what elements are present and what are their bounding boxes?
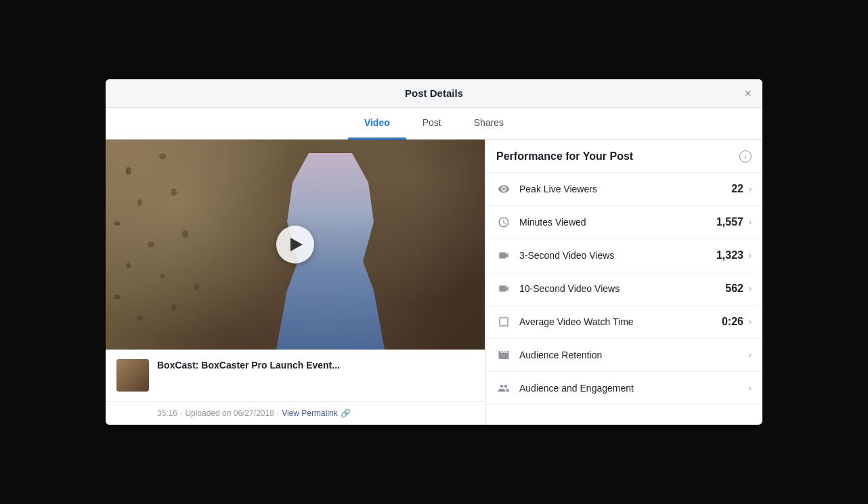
video-duration: 35:16 bbox=[157, 408, 177, 418]
play-icon bbox=[290, 238, 303, 251]
stat-label-10sec: 10-Second Video Views bbox=[519, 283, 725, 294]
modal-header: Post Details × bbox=[106, 79, 762, 108]
film-icon bbox=[496, 348, 511, 362]
chevron-icon: › bbox=[749, 184, 752, 194]
modal-overlay: Post Details × Video Post Shares bbox=[0, 0, 868, 504]
stat-label-avg: Average Video Watch Time bbox=[519, 316, 722, 327]
stat-value-peak: 22 bbox=[731, 183, 743, 195]
video-thumbnail bbox=[116, 359, 149, 392]
video-meta: 35:16 · Uploaded on 06/27/2018 · View Pe… bbox=[106, 402, 485, 425]
link-icon: 🔗 bbox=[341, 408, 351, 418]
video-camera-icon bbox=[496, 248, 511, 263]
stat-label-peak: Peak Live Viewers bbox=[519, 184, 731, 194]
post-details-modal: Post Details × Video Post Shares bbox=[106, 79, 762, 425]
play-button[interactable] bbox=[276, 226, 314, 264]
chevron-icon: › bbox=[749, 383, 752, 393]
video-info: BoxCast: BoxCaster Pro Launch Event... bbox=[106, 350, 485, 402]
stats-header: Performance for Your Post i bbox=[485, 150, 762, 173]
separator-dot: · bbox=[180, 408, 182, 418]
chevron-icon: › bbox=[749, 217, 752, 227]
phone-icon bbox=[496, 314, 511, 329]
tab-post[interactable]: Post bbox=[406, 108, 458, 140]
stat-row-minutes-viewed[interactable]: Minutes Viewed 1,557 › bbox=[485, 206, 762, 239]
eye-icon bbox=[496, 182, 511, 196]
info-icon[interactable]: i bbox=[739, 150, 752, 163]
stat-label-3sec: 3-Second Video Views bbox=[519, 250, 716, 261]
video-camera-icon-2 bbox=[496, 281, 511, 296]
upload-date: Uploaded on 06/27/2018 bbox=[185, 408, 274, 418]
video-title-text: BoxCast: BoxCaster Pro Launch Event... bbox=[157, 359, 340, 373]
modal-title: Post Details bbox=[405, 87, 463, 99]
stats-panel: Performance for Your Post i Peak Live Vi… bbox=[485, 140, 762, 425]
view-permalink-link[interactable]: View Permalink bbox=[282, 408, 337, 418]
stat-label-engagement: Audience and Engagement bbox=[519, 383, 743, 394]
stat-row-10sec-views[interactable]: 10-Second Video Views 562 › bbox=[485, 272, 762, 306]
stat-row-peak-live-viewers[interactable]: Peak Live Viewers 22 › bbox=[485, 173, 762, 206]
tabs-container: Video Post Shares bbox=[106, 108, 762, 140]
stat-label-minutes: Minutes Viewed bbox=[519, 217, 716, 228]
separator-dot2: · bbox=[277, 408, 279, 418]
chevron-icon: › bbox=[749, 350, 752, 360]
stat-value-avg: 0:26 bbox=[722, 316, 743, 328]
stat-row-3sec-views[interactable]: 3-Second Video Views 1,323 › bbox=[485, 239, 762, 272]
video-container bbox=[106, 140, 485, 350]
clock-icon bbox=[496, 215, 511, 230]
stat-row-audience-engagement[interactable]: Audience and Engagement › bbox=[485, 372, 762, 405]
people-icon bbox=[496, 381, 511, 396]
modal-body: BoxCast: BoxCaster Pro Launch Event... 3… bbox=[106, 140, 762, 425]
chevron-icon: › bbox=[749, 317, 752, 327]
video-thumbnail-inner bbox=[116, 359, 149, 392]
stats-title: Performance for Your Post bbox=[496, 150, 633, 163]
stat-label-retention: Audience Retention bbox=[519, 350, 743, 360]
stat-value-3sec: 1,323 bbox=[716, 249, 743, 261]
chevron-icon: › bbox=[749, 251, 752, 260]
stat-value-10sec: 562 bbox=[725, 282, 743, 295]
stat-row-avg-watch-time[interactable]: Average Video Watch Time 0:26 › bbox=[485, 306, 762, 339]
stat-row-audience-retention[interactable]: Audience Retention › bbox=[485, 339, 762, 372]
chevron-icon: › bbox=[749, 284, 752, 293]
tab-shares[interactable]: Shares bbox=[458, 108, 520, 140]
close-button[interactable]: × bbox=[744, 87, 752, 100]
tab-video[interactable]: Video bbox=[348, 108, 406, 140]
video-panel: BoxCast: BoxCaster Pro Launch Event... 3… bbox=[106, 140, 485, 425]
stat-value-minutes: 1,557 bbox=[716, 216, 743, 228]
